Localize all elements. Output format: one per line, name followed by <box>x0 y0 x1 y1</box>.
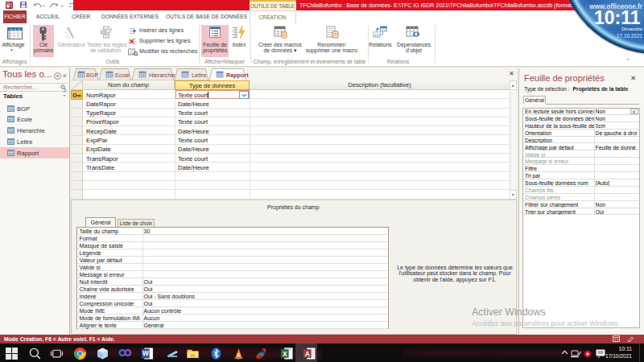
svg-text:A: A <box>305 350 310 358</box>
svg-text:17.10.2021: 17.10.2021 <box>617 33 642 39</box>
svg-text:W: W <box>142 349 150 357</box>
svg-text:10:11: 10:11 <box>594 7 641 28</box>
svg-text:Lettre: Lettre <box>192 71 206 78</box>
svg-text:BGP: BGP <box>86 71 98 78</box>
svg-text:Dimanche: Dimanche <box>621 27 642 31</box>
svg-text:Rapport: Rapport <box>226 71 249 78</box>
svg-text:X: X <box>283 350 287 358</box>
svg-text:Ecole: Ecole <box>115 71 130 78</box>
svg-text:Hierarchie: Hierarchie <box>149 71 175 78</box>
